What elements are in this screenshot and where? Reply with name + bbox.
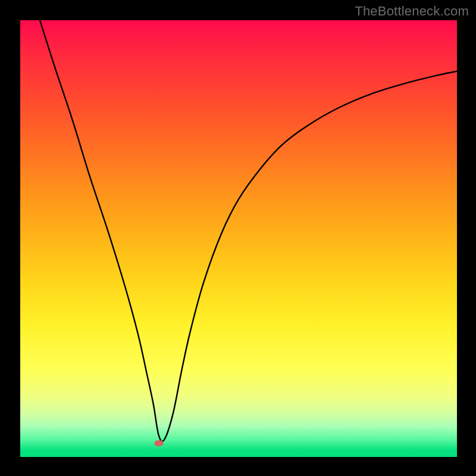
plot-area — [20, 20, 457, 457]
chart-frame: TheBottleneck.com — [0, 0, 476, 476]
bottleneck-curve — [20, 20, 457, 457]
watermark-text: TheBottleneck.com — [355, 4, 469, 19]
minimum-marker — [154, 440, 163, 446]
